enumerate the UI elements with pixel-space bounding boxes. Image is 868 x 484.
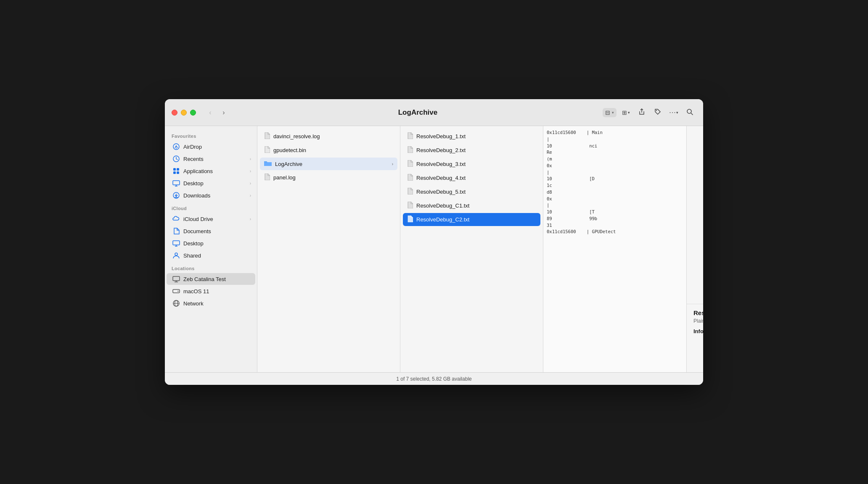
col1-item-logarchive[interactable]: LogArchive › [260, 158, 397, 170]
more-options-button[interactable]: ··· ▾ [667, 106, 680, 119]
icloud-drive-chevron-icon: › [250, 217, 251, 221]
col2-item-rd3[interactable]: ResolveDebug_3.txt [403, 158, 540, 171]
sidebar-item-applications[interactable]: Applications › [167, 165, 255, 177]
col2-rd5-label: ResolveDebug_5.txt [416, 189, 536, 195]
svg-rect-6 [173, 168, 176, 171]
svg-point-1 [687, 109, 691, 113]
fullscreen-button[interactable] [190, 110, 196, 116]
col2-item-rdc2[interactable]: ResolveDebug_C2.txt [403, 213, 540, 226]
recents-icon [172, 155, 180, 163]
recents-chevron-icon: › [250, 157, 251, 161]
column-2: ResolveDebug_1.txt ResolveDebug_2.txt [400, 126, 543, 372]
toolbar: ‹ › LogArchive ⊟ ▾ ⊞ ▾ [165, 99, 703, 126]
rd5-icon [407, 188, 413, 196]
panel-doc-icon [264, 174, 270, 182]
col2-item-rd2[interactable]: ResolveDebug_2.txt [403, 144, 540, 157]
network-icon [172, 300, 180, 307]
desktop-icloud-icon [172, 239, 180, 247]
col2-rd2-label: ResolveDebug_2.txt [416, 147, 536, 153]
status-text: 1 of 7 selected, 5.82 GB available [396, 376, 471, 382]
sidebar-macos11-label: macOS 11 [183, 288, 209, 295]
icloud-heading: iCloud [165, 202, 257, 213]
col1-logarchive-label: LogArchive [275, 161, 389, 167]
gpudetect-bin-icon [264, 146, 270, 154]
col2-rdc2-label: ResolveDebug_C2.txt [416, 216, 536, 223]
sidebar-network-label: Network [183, 300, 204, 307]
column-3-preview-text: 0x11cd15600 | Main | 10 nci Re (m 0x | 1… [543, 126, 686, 372]
harddrive-icon [172, 287, 180, 295]
svg-line-2 [691, 113, 693, 115]
sidebar-item-icloud-drive[interactable]: iCloud Drive › [167, 213, 255, 225]
desktop-icon [172, 179, 180, 187]
sidebar-item-network[interactable]: Network [167, 297, 255, 309]
grid-icon: ⊞ [622, 109, 627, 116]
column-1: davinci_resolve.log gpudetect.bin [257, 126, 400, 372]
sidebar-item-downloads[interactable]: Downloads › [167, 189, 255, 201]
rd1-icon [407, 132, 413, 140]
col1-davinci-label: davinci_resolve.log [273, 133, 393, 139]
col2-item-rdc1[interactable]: ResolveDebug_C1.txt [403, 199, 540, 212]
sidebar-airdrop-label: AirDrop [183, 144, 202, 150]
rdc2-icon [407, 216, 413, 224]
col1-item-davinci[interactable]: davinci_resolve.log [260, 130, 397, 143]
col1-item-panel[interactable]: panel.log [260, 171, 397, 184]
col1-item-gpudetect[interactable]: gpudetect.bin [260, 144, 397, 157]
col1-panel-label: panel.log [273, 174, 393, 181]
sidebar-item-zeb-catalina[interactable]: Zeb Catalina Test [167, 273, 255, 285]
sidebar-item-macos11[interactable]: macOS 11 [167, 285, 255, 297]
rd4-icon [407, 174, 413, 182]
preview-text-content: 0x11cd15600 | Main | 10 nci Re (m 0x | 1… [543, 126, 686, 372]
sidebar-documents-label: Documents [183, 228, 211, 234]
col1-gpudetect-label: gpudetect.bin [273, 147, 393, 153]
svg-rect-7 [177, 168, 179, 171]
preview-filename: ResolveDebug_C2.txt [693, 309, 703, 316]
sidebar: Favourites AirDrop [165, 126, 257, 372]
davinci-doc-icon [264, 132, 270, 140]
main-content: Favourites AirDrop [165, 126, 703, 372]
sidebar-item-desktop[interactable]: Desktop › [167, 177, 255, 189]
downloads-icon [172, 192, 180, 199]
svg-rect-20 [173, 276, 180, 281]
search-button[interactable] [683, 106, 696, 119]
sidebar-shared-label: Shared [183, 253, 201, 259]
view-chevron-icon: ▾ [612, 110, 614, 115]
svg-rect-16 [173, 241, 180, 245]
svg-point-0 [656, 110, 657, 111]
col2-rd3-label: ResolveDebug_3.txt [416, 161, 536, 167]
forward-button[interactable]: › [218, 107, 230, 118]
sidebar-item-recents[interactable]: Recents › [167, 153, 255, 165]
sidebar-item-desktop-icloud[interactable]: Desktop [167, 237, 255, 249]
toolbar-right: ⊟ ▾ ⊞ ▾ [603, 106, 696, 119]
sidebar-icloud-drive-label: iCloud Drive [183, 216, 213, 222]
share-button[interactable] [635, 106, 648, 119]
preview-more-section: ··· More... [693, 338, 703, 367]
tag-button[interactable] [651, 106, 664, 119]
rd2-icon [407, 146, 413, 154]
applications-icon [172, 167, 180, 175]
sidebar-item-shared[interactable]: Shared [167, 250, 255, 261]
col2-rdc1-label: ResolveDebug_C1.txt [416, 203, 536, 209]
view-switcher[interactable]: ⊟ ▾ [603, 108, 617, 117]
svg-rect-10 [173, 181, 180, 185]
documents-icon [172, 227, 180, 235]
more-chevron-icon: ▾ [676, 110, 678, 115]
svg-rect-9 [177, 171, 179, 174]
sidebar-item-airdrop[interactable]: AirDrop [167, 141, 255, 153]
desktop-chevron-icon: › [250, 181, 251, 186]
sidebar-downloads-label: Downloads [183, 192, 210, 199]
airdrop-icon [172, 143, 180, 150]
finder-window: ‹ › LogArchive ⊟ ▾ ⊞ ▾ [165, 99, 703, 385]
ellipsis-icon: ··· [669, 109, 676, 116]
col2-item-rd1[interactable]: ResolveDebug_1.txt [403, 130, 540, 143]
back-button[interactable]: ‹ [204, 107, 216, 118]
col2-rd4-label: ResolveDebug_4.txt [416, 175, 536, 181]
close-button[interactable] [172, 110, 177, 116]
grid-view-button[interactable]: ⊞ ▾ [619, 106, 632, 119]
preview-empty-area [687, 126, 703, 304]
sidebar-item-documents[interactable]: Documents [167, 225, 255, 237]
minimize-button[interactable] [181, 110, 187, 116]
col2-item-rd5[interactable]: ResolveDebug_5.txt [403, 185, 540, 198]
col2-item-rd4[interactable]: ResolveDebug_4.txt [403, 171, 540, 184]
svg-point-24 [177, 291, 178, 292]
icloud-drive-icon [172, 215, 180, 223]
